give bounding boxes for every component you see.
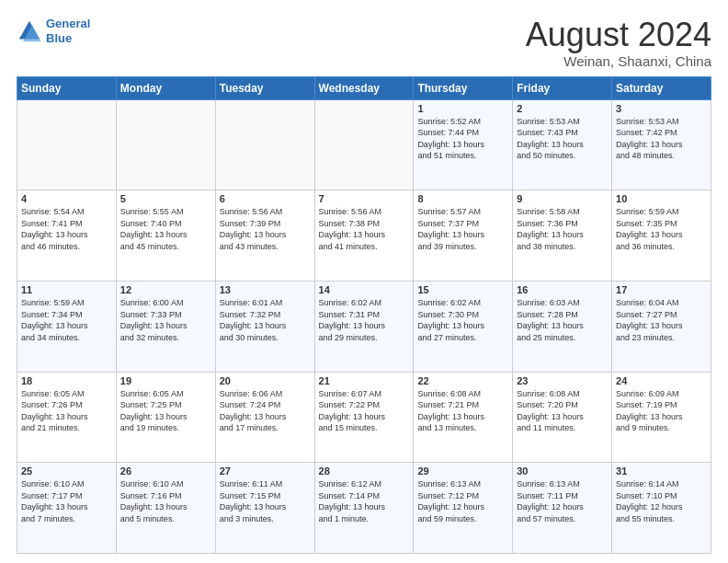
day-number: 13	[220, 284, 311, 295]
day-info: Sunrise: 6:00 AM Sunset: 7:33 PM Dayligh…	[120, 297, 211, 343]
week-row-4: 18Sunrise: 6:05 AM Sunset: 7:26 PM Dayli…	[17, 372, 711, 463]
day-info: Sunrise: 5:57 AM Sunset: 7:37 PM Dayligh…	[417, 206, 508, 252]
day-number: 28	[319, 465, 410, 477]
weekday-thursday: Thursday	[414, 76, 513, 99]
week-row-3: 11Sunrise: 5:59 AM Sunset: 7:34 PM Dayli…	[17, 281, 711, 372]
day-cell: 25Sunrise: 6:10 AM Sunset: 7:17 PM Dayli…	[17, 463, 117, 554]
day-number: 24	[616, 375, 707, 386]
weekday-sunday: Sunday	[17, 76, 117, 99]
day-number: 6	[220, 193, 311, 204]
day-cell: 17Sunrise: 6:04 AM Sunset: 7:27 PM Dayli…	[612, 281, 711, 372]
day-cell: 31Sunrise: 6:14 AM Sunset: 7:10 PM Dayli…	[612, 463, 711, 554]
day-info: Sunrise: 6:13 AM Sunset: 7:12 PM Dayligh…	[417, 478, 508, 524]
day-cell: 20Sunrise: 6:06 AM Sunset: 7:24 PM Dayli…	[215, 372, 314, 463]
weekday-monday: Monday	[116, 76, 215, 99]
logo-line1: General	[46, 17, 90, 30]
day-number: 23	[517, 375, 608, 386]
day-info: Sunrise: 6:07 AM Sunset: 7:22 PM Dayligh…	[319, 388, 410, 434]
day-info: Sunrise: 6:06 AM Sunset: 7:24 PM Dayligh…	[220, 388, 311, 434]
day-cell: 2Sunrise: 5:53 AM Sunset: 7:43 PM Daylig…	[513, 99, 612, 190]
day-cell: 8Sunrise: 5:57 AM Sunset: 7:37 PM Daylig…	[414, 190, 513, 282]
logo-icon	[17, 18, 42, 44]
day-info: Sunrise: 6:04 AM Sunset: 7:27 PM Dayligh…	[616, 297, 707, 343]
day-info: Sunrise: 6:11 AM Sunset: 7:15 PM Dayligh…	[220, 478, 311, 524]
day-number: 19	[120, 375, 211, 386]
day-number: 25	[21, 465, 112, 477]
day-cell: 12Sunrise: 6:00 AM Sunset: 7:33 PM Dayli…	[116, 281, 215, 372]
weekday-wednesday: Wednesday	[314, 76, 414, 99]
day-cell: 16Sunrise: 6:03 AM Sunset: 7:28 PM Dayli…	[513, 281, 612, 372]
day-cell: 9Sunrise: 5:58 AM Sunset: 7:36 PM Daylig…	[513, 190, 612, 282]
weekday-friday: Friday	[513, 76, 612, 99]
day-cell: 1Sunrise: 5:52 AM Sunset: 7:44 PM Daylig…	[414, 99, 513, 190]
day-number: 7	[319, 193, 410, 204]
day-info: Sunrise: 5:52 AM Sunset: 7:44 PM Dayligh…	[417, 116, 508, 162]
day-number: 21	[319, 375, 410, 386]
day-info: Sunrise: 5:55 AM Sunset: 7:40 PM Dayligh…	[120, 206, 211, 252]
day-info: Sunrise: 5:58 AM Sunset: 7:36 PM Dayligh…	[517, 206, 608, 252]
day-cell: 6Sunrise: 5:56 AM Sunset: 7:39 PM Daylig…	[215, 190, 314, 282]
day-number: 20	[220, 375, 311, 386]
header: General Blue August 2024 Weinan, Shaanxi…	[17, 17, 711, 69]
day-number: 12	[120, 284, 211, 295]
calendar: SundayMondayTuesdayWednesdayThursdayFrid…	[17, 76, 711, 554]
day-number: 31	[616, 465, 707, 477]
day-cell: 14Sunrise: 6:02 AM Sunset: 7:31 PM Dayli…	[314, 281, 414, 372]
weekday-saturday: Saturday	[612, 76, 711, 99]
logo: General Blue	[17, 17, 90, 45]
day-cell: 18Sunrise: 6:05 AM Sunset: 7:26 PM Dayli…	[17, 372, 117, 463]
logo-line2: Blue	[46, 31, 72, 45]
week-row-1: 1Sunrise: 5:52 AM Sunset: 7:44 PM Daylig…	[17, 99, 711, 190]
weekday-header-row: SundayMondayTuesdayWednesdayThursdayFrid…	[17, 76, 711, 99]
day-info: Sunrise: 6:05 AM Sunset: 7:25 PM Dayligh…	[120, 388, 211, 434]
day-cell: 3Sunrise: 5:53 AM Sunset: 7:42 PM Daylig…	[612, 99, 711, 190]
main-title: August 2024	[526, 17, 711, 53]
day-info: Sunrise: 6:03 AM Sunset: 7:28 PM Dayligh…	[517, 297, 608, 343]
weekday-tuesday: Tuesday	[215, 76, 314, 99]
week-row-5: 25Sunrise: 6:10 AM Sunset: 7:17 PM Dayli…	[17, 463, 711, 554]
day-info: Sunrise: 6:14 AM Sunset: 7:10 PM Dayligh…	[616, 478, 707, 524]
day-info: Sunrise: 6:02 AM Sunset: 7:30 PM Dayligh…	[417, 297, 508, 343]
day-cell: 11Sunrise: 5:59 AM Sunset: 7:34 PM Dayli…	[17, 281, 117, 372]
day-cell: 21Sunrise: 6:07 AM Sunset: 7:22 PM Dayli…	[314, 372, 414, 463]
day-info: Sunrise: 5:56 AM Sunset: 7:39 PM Dayligh…	[220, 206, 311, 252]
day-info: Sunrise: 5:53 AM Sunset: 7:42 PM Dayligh…	[616, 116, 707, 162]
day-info: Sunrise: 5:53 AM Sunset: 7:43 PM Dayligh…	[517, 116, 608, 162]
day-info: Sunrise: 6:12 AM Sunset: 7:14 PM Dayligh…	[319, 478, 410, 524]
day-number: 8	[417, 193, 508, 204]
day-info: Sunrise: 5:54 AM Sunset: 7:41 PM Dayligh…	[21, 206, 112, 252]
day-cell	[17, 99, 117, 190]
day-cell: 27Sunrise: 6:11 AM Sunset: 7:15 PM Dayli…	[215, 463, 314, 554]
day-info: Sunrise: 6:02 AM Sunset: 7:31 PM Dayligh…	[319, 297, 410, 343]
day-cell: 29Sunrise: 6:13 AM Sunset: 7:12 PM Dayli…	[414, 463, 513, 554]
day-info: Sunrise: 6:05 AM Sunset: 7:26 PM Dayligh…	[21, 388, 112, 434]
logo-text: General Blue	[46, 17, 90, 45]
day-cell: 24Sunrise: 6:09 AM Sunset: 7:19 PM Dayli…	[612, 372, 711, 463]
day-cell	[314, 99, 414, 190]
day-number: 27	[220, 465, 311, 477]
day-number: 17	[616, 284, 707, 295]
day-number: 30	[517, 465, 608, 477]
day-cell: 4Sunrise: 5:54 AM Sunset: 7:41 PM Daylig…	[17, 190, 117, 282]
day-number: 22	[417, 375, 508, 386]
day-number: 15	[417, 284, 508, 295]
day-cell: 5Sunrise: 5:55 AM Sunset: 7:40 PM Daylig…	[116, 190, 215, 282]
day-cell: 30Sunrise: 6:13 AM Sunset: 7:11 PM Dayli…	[513, 463, 612, 554]
day-cell: 19Sunrise: 6:05 AM Sunset: 7:25 PM Dayli…	[116, 372, 215, 463]
day-number: 4	[21, 193, 112, 204]
day-info: Sunrise: 6:09 AM Sunset: 7:19 PM Dayligh…	[616, 388, 707, 434]
title-block: August 2024 Weinan, Shaanxi, China	[526, 17, 711, 69]
day-info: Sunrise: 6:10 AM Sunset: 7:17 PM Dayligh…	[21, 478, 112, 524]
page: General Blue August 2024 Weinan, Shaanxi…	[0, 0, 728, 563]
week-row-2: 4Sunrise: 5:54 AM Sunset: 7:41 PM Daylig…	[17, 190, 711, 282]
day-cell	[116, 99, 215, 190]
day-cell: 13Sunrise: 6:01 AM Sunset: 7:32 PM Dayli…	[215, 281, 314, 372]
day-number: 11	[21, 284, 112, 295]
day-number: 1	[417, 103, 508, 114]
day-cell	[215, 99, 314, 190]
day-cell: 28Sunrise: 6:12 AM Sunset: 7:14 PM Dayli…	[314, 463, 414, 554]
day-info: Sunrise: 6:01 AM Sunset: 7:32 PM Dayligh…	[220, 297, 311, 343]
subtitle: Weinan, Shaanxi, China	[526, 53, 711, 69]
day-number: 3	[616, 103, 707, 114]
day-number: 14	[319, 284, 410, 295]
